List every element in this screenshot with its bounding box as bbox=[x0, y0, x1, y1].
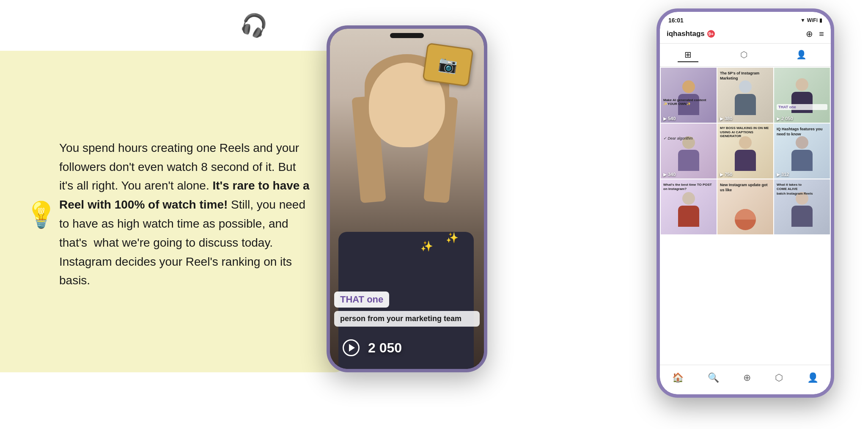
reel6-text: IQ Hashtags features you need to know bbox=[777, 127, 827, 137]
reel6-person bbox=[789, 136, 815, 170]
reel9-person bbox=[789, 192, 815, 226]
camera-icon: 📷 bbox=[437, 55, 459, 75]
instagram-header: iqhashtags 9+ ⊕ ≡ bbox=[660, 26, 831, 44]
status-time: 16:01 bbox=[668, 17, 684, 24]
reel1-person bbox=[676, 80, 701, 114]
that-one-badge: THAT one bbox=[334, 292, 389, 308]
reel-item-3[interactable]: THAT one ▶ 2 050 bbox=[774, 68, 830, 123]
notification-badge: 9+ bbox=[707, 30, 715, 38]
lightbulb-icon: 💡 bbox=[25, 200, 57, 230]
instagram-bottom-nav: 🏠 🔍 ⊕ ⬡ 👤 bbox=[660, 365, 831, 394]
nav-profile-icon[interactable]: 👤 bbox=[807, 372, 819, 383]
tab-grid[interactable]: ⊞ bbox=[678, 48, 698, 62]
reel2-count: ▶ 380 bbox=[720, 116, 732, 121]
triangle-icon bbox=[349, 344, 355, 352]
signal-icon: ▼ bbox=[800, 17, 805, 23]
tab-tagged[interactable]: 👤 bbox=[789, 48, 813, 62]
reel-item-2[interactable]: The 5P's of Instagram Marketing ▶ 380 bbox=[717, 68, 773, 123]
reel2-person bbox=[733, 80, 758, 114]
battery-icon: ▮ bbox=[819, 17, 822, 23]
reel5-count: ▶ 750 bbox=[720, 172, 732, 177]
reel6-count: ▶ 312 bbox=[777, 172, 789, 177]
phone2-device: 16:01 ▼ WiFi ▮ iqhashtags 9+ ⊕ ≡ bbox=[656, 8, 834, 398]
tab-reels[interactable]: ⬡ bbox=[733, 48, 754, 62]
wifi-icon: WiFi bbox=[807, 17, 818, 23]
status-icons: ▼ WiFi ▮ bbox=[800, 17, 822, 23]
reel7-text: What's the best time TO POST on Instagra… bbox=[663, 183, 714, 192]
reel3-that-one-text: THAT one bbox=[777, 104, 827, 110]
phone1-device: 📷 ✨ ✨ THAT one person from your marketin… bbox=[327, 25, 487, 372]
menu-icon[interactable]: ≡ bbox=[819, 29, 824, 39]
reel1-count: ▶ 540 bbox=[663, 116, 676, 121]
reel4-text: ✓ Dear algorithm bbox=[663, 136, 693, 140]
play-count-display: 2 050 bbox=[343, 339, 402, 356]
play-button-icon bbox=[343, 339, 360, 356]
header-action-icons: ⊕ ≡ bbox=[806, 29, 824, 39]
phone2-screen-inner: 16:01 ▼ WiFi ▮ iqhashtags 9+ ⊕ ≡ bbox=[660, 12, 831, 394]
sparkle-decoration-1: ✨ bbox=[446, 232, 459, 244]
left-section: 💡 You spend hours creating one Reels and… bbox=[0, 0, 347, 429]
reel7-person bbox=[676, 192, 701, 226]
reel-item-6[interactable]: IQ Hashtags features you need to know ▶ … bbox=[774, 124, 830, 179]
instagram-username[interactable]: iqhashtags 9+ bbox=[667, 30, 715, 38]
reel-item-8[interactable]: New Instagram update got us like bbox=[717, 179, 773, 234]
nav-reels-icon[interactable]: ⬡ bbox=[775, 372, 783, 383]
status-bar: 16:01 ▼ WiFi ▮ bbox=[660, 12, 831, 26]
nav-add-icon[interactable]: ⊕ bbox=[743, 372, 751, 383]
reel-item-1[interactable]: Make AI generated content✨YOUR OWN✨ ▶ 54… bbox=[661, 68, 717, 123]
reel9-text: What it takes toCOME ALIVEbatch Instagra… bbox=[777, 183, 827, 196]
reel4-count: ▶ 340 bbox=[663, 172, 676, 177]
reel-item-4[interactable]: ✓ Dear algorithm ▶ 340 bbox=[661, 124, 717, 179]
camera-sticker: 📷 bbox=[422, 43, 473, 87]
sparkle-decoration-2: ✨ bbox=[420, 240, 433, 252]
reel3-count: ▶ 2 050 bbox=[777, 116, 793, 121]
instagram-tabs: ⊞ ⬡ 👤 bbox=[660, 44, 831, 67]
add-icon[interactable]: ⊕ bbox=[806, 29, 813, 39]
reel5-person bbox=[733, 136, 758, 170]
reel8-circle bbox=[735, 209, 756, 230]
nav-home-icon[interactable]: 🏠 bbox=[672, 372, 684, 383]
reel5-text: MY BOSS WALKING IN ON ME USING AI CAPTIO… bbox=[720, 126, 771, 138]
reel8-text: New Instagram update got us like bbox=[720, 183, 771, 192]
view-count-label: 2 050 bbox=[368, 340, 402, 356]
reel2-text: The 5P's of Instagram Marketing bbox=[720, 71, 771, 81]
reel1-text: Make AI generated content✨YOUR OWN✨ bbox=[663, 98, 706, 106]
username-text: iqhashtags bbox=[667, 30, 705, 38]
reel-item-7[interactable]: What's the best time TO POST on Instagra… bbox=[661, 179, 717, 234]
phone1-screen-inner: 📷 ✨ ✨ THAT one person from your marketin… bbox=[330, 29, 484, 369]
reel-item-9[interactable]: What it takes toCOME ALIVEbatch Instagra… bbox=[774, 179, 830, 234]
main-body-text: You spend hours creating one Reels and y… bbox=[59, 139, 313, 290]
nav-search-icon[interactable]: 🔍 bbox=[708, 372, 719, 383]
text-content-area: 💡 You spend hours creating one Reels and… bbox=[0, 122, 347, 307]
phone1-screen: 📷 ✨ ✨ THAT one person from your marketin… bbox=[330, 29, 484, 369]
reels-grid: Make AI generated content✨YOUR OWN✨ ▶ 54… bbox=[660, 67, 831, 235]
phone1-notch bbox=[390, 33, 424, 38]
subtitle-badge: person from your marketing team bbox=[334, 311, 480, 327]
phone1-text-overlay: THAT one person from your marketing team bbox=[334, 292, 480, 327]
reel4-person bbox=[676, 136, 701, 170]
phones-container: 📷 ✨ ✨ THAT one person from your marketin… bbox=[327, 8, 834, 423]
reel-item-5[interactable]: MY BOSS WALKING IN ON ME USING AI CAPTIO… bbox=[717, 124, 773, 179]
